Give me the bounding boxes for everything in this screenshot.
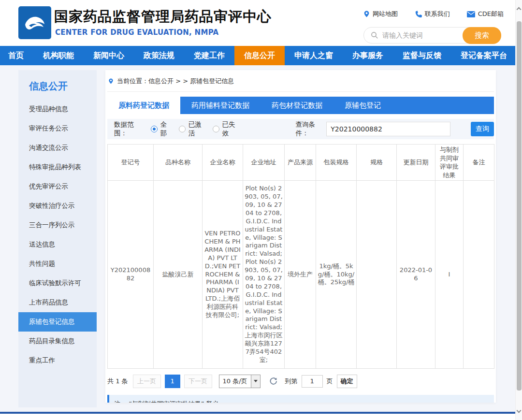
nav-item-supervision[interactable]: 监督与反馈 [393, 46, 451, 65]
cell-registration-no: Y20210000882 [108, 181, 154, 369]
cell-remark [464, 181, 494, 369]
sidebar-item-priority-review[interactable]: 优先审评公示 [18, 177, 97, 196]
query-input[interactable] [326, 122, 450, 136]
table-header-row: 登记号 品种名称 企业名称 企业地址 产品来源 包装规格 规格 更新日期 与制剂… [108, 145, 494, 181]
nav-item-home[interactable]: 首页 [0, 46, 33, 65]
tab-raw-material-data[interactable]: 原料药登记数据 [107, 97, 180, 114]
note-title: 注： “与制剂共同审评审批结果” 释义： [114, 400, 489, 403]
sidebar-item-review-tasks[interactable]: 审评任务公示 [18, 119, 97, 138]
sidebar-item-common-issues[interactable]: 共性问题 [18, 254, 97, 274]
sidebar-item-accepted-varieties[interactable]: 受理品种信息 [18, 100, 97, 119]
col-joint-review-result: 与制剂共同审评审批结果 [435, 145, 464, 181]
goto-suffix: 页 [327, 377, 333, 386]
breadcrumb: 当前位置：信息公开 > > 原辅包登记信息 [107, 77, 494, 86]
col-spec: 规格 [357, 145, 397, 181]
content-panel: 当前位置：信息公开 > > 原辅包登记信息 原料药登记数据 药用辅料登记数据 药… [105, 70, 496, 403]
nav-item-party[interactable]: 党建工作 [184, 46, 234, 65]
radio-all[interactable]: 全部 [151, 120, 170, 138]
sidebar-item-three-in-one[interactable]: 三合一序列公示 [18, 216, 97, 235]
col-company-name: 企业名称 [203, 145, 243, 181]
sidebar-title: 信息公开 [29, 80, 97, 93]
pagination: 共 1 条 上一页 1 下一页 10 条/页 到第 页 确定 [107, 375, 494, 388]
radio-expired[interactable]: 已失效 [213, 120, 238, 138]
sidebar-item-breakthrough-therapy[interactable]: 突破性治疗公示 [18, 196, 97, 216]
vertical-scrollbar[interactable] [515, 0, 522, 420]
current-page-button[interactable]: 1 [165, 375, 180, 388]
filter-bar: 数据范围： 全部 已激活 已失效 查询条件： 查询 [107, 119, 494, 139]
sidebar-item-key-work[interactable]: 重点工作 [18, 351, 97, 370]
mail-label: CDE邮箱 [478, 10, 504, 18]
col-registration-no: 登记号 [108, 145, 154, 181]
scrollbar-thumb[interactable] [517, 21, 522, 391]
col-product-source: 产品来源 [285, 145, 316, 181]
col-remark: 备注 [464, 145, 494, 181]
sidebar-item-communication[interactable]: 沟通交流公示 [18, 138, 97, 158]
sidebar-item-special-approval[interactable]: 特殊审批品种列表 [18, 158, 97, 177]
site-header: 国家药品监督管理局药品审评中心 CENTER FOR DRUG EVALUATI… [0, 0, 515, 46]
next-page-button[interactable]: 下一页 [184, 375, 212, 388]
tab-packaging-material-data[interactable]: 药包材登记数据 [261, 97, 334, 114]
nav-item-applicant[interactable]: 申请人之窗 [285, 46, 343, 65]
nav-item-news[interactable]: 新闻中心 [84, 46, 134, 65]
header-search: 搜索 [363, 27, 501, 43]
sidebar-item-raw-material-registration[interactable]: 原辅包登记信息 [18, 312, 97, 332]
radio-activated-icon[interactable] [179, 126, 186, 132]
sidebar-item-clinical-trial-license[interactable]: 临床试验默示许可 [18, 274, 97, 293]
col-packaging-spec: 包装规格 [316, 145, 357, 181]
nav-item-info-disclosure[interactable]: 信息公开 [234, 46, 285, 65]
radio-expired-icon[interactable] [213, 126, 219, 132]
phone-icon [415, 11, 422, 18]
scope-label: 数据范围： [114, 120, 142, 138]
sidebar-item-marketed-drugs[interactable]: 上市药品信息 [18, 293, 97, 312]
table-row: Y20210000882 盐酸溴己新 VEN PETROCHEM & PHARM… [108, 181, 494, 369]
cde-mail-link[interactable]: CDE邮箱 [467, 10, 504, 18]
sitemap-link[interactable]: 网站地图 [363, 10, 398, 18]
cell-variety-name: 盐酸溴己新 [154, 181, 203, 369]
total-count: 共 1 条 [107, 377, 128, 386]
radio-activated-label: 已激活 [188, 120, 204, 138]
nav-item-functions[interactable]: 机构职能 [33, 46, 84, 65]
cell-spec [357, 181, 397, 369]
query-label: 查询条件： [296, 120, 324, 138]
tab-excipient-data[interactable]: 药用辅料登记数据 [180, 97, 261, 114]
col-update-date: 更新日期 [397, 145, 435, 181]
cell-joint-review-result: I [435, 181, 464, 369]
search-button[interactable]: 搜索 [463, 27, 501, 44]
cell-company-address: Plot No(s) 2903, 05, 07, 09, 10 & 2704 t… [243, 181, 285, 369]
sidebar-item-drug-catalog[interactable]: 药品目录集信息 [18, 332, 97, 351]
page-size-select[interactable]: 10 条/页 [219, 375, 261, 388]
nav-item-services[interactable]: 办事服务 [343, 46, 393, 65]
header-quick-links: 网站地图 联系我们 CDE邮箱 [363, 10, 504, 18]
sitemap-label: 网站地图 [373, 10, 398, 18]
tab-raw-aux-pack-registration[interactable]: 原辅包登记 [334, 97, 392, 114]
query-button[interactable]: 查询 [471, 122, 494, 136]
goto-page-input[interactable] [302, 375, 323, 388]
cell-company-name: VEN PETROCHEM & PHARMA (INDIA) PVT LTD.;… [203, 181, 243, 369]
page-size-value: 10 条/页 [223, 377, 247, 386]
col-variety-name: 品种名称 [154, 145, 203, 181]
location-pin-icon [363, 10, 370, 18]
refresh-icon[interactable] [269, 377, 277, 385]
site-subtitle: CENTER FOR DRUG EVALUATION, NMPA [55, 28, 219, 37]
cell-product-source: 境外生产 [285, 181, 316, 369]
contact-link[interactable]: 联系我们 [415, 10, 450, 18]
contact-label: 联系我们 [425, 10, 450, 18]
sidebar-item-delivery-info[interactable]: 送达信息 [18, 235, 97, 254]
prev-page-button[interactable]: 上一页 [133, 375, 161, 388]
breadcrumb-text: 当前位置：信息公开 > > 原辅包登记信息 [117, 77, 234, 86]
data-tabs: 原料药登记数据 药用辅料登记数据 药包材登记数据 原辅包登记 [107, 97, 494, 114]
cell-packaging-spec: 1kg/桶。5kg/桶。10kg/桶。25kg/桶 [316, 181, 357, 369]
goto-confirm-button[interactable]: 确定 [337, 375, 357, 388]
radio-all-icon[interactable] [151, 126, 158, 132]
radio-activated[interactable]: 已激活 [179, 120, 204, 138]
nav-item-policy[interactable]: 政策法规 [134, 46, 184, 65]
breadcrumb-divider [107, 91, 494, 92]
chevron-down-icon[interactable] [251, 375, 260, 388]
scroll-down-icon[interactable] [517, 408, 522, 413]
note-box: 注： “与制剂共同审评审批结果” 释义： 符号 代表含义 A 已批准在上市制剂使… [107, 395, 494, 403]
nav-item-registration-platform[interactable]: 登记备案平台 [451, 46, 517, 65]
cde-logo-icon [18, 6, 51, 39]
scroll-up-icon[interactable] [517, 7, 522, 12]
radio-expired-label: 已失效 [222, 120, 238, 138]
registration-table: 登记号 品种名称 企业名称 企业地址 产品来源 包装规格 规格 更新日期 与制剂… [107, 144, 494, 369]
